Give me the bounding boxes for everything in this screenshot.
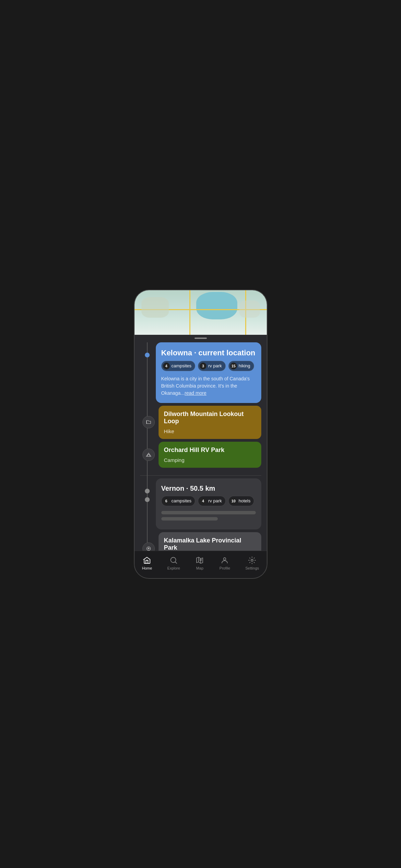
explore-icon xyxy=(169,556,178,565)
nav-label-map: Map xyxy=(196,566,203,570)
svg-point-4 xyxy=(224,558,226,560)
dilworth-card[interactable]: Dilworth Mountain Lookout Loop Hike xyxy=(159,406,261,439)
tag-v-hotels[interactable]: 10 hotels xyxy=(228,496,254,506)
orchard-subtitle: Camping xyxy=(164,457,256,463)
orchard-icon xyxy=(142,449,155,461)
nav-item-map[interactable]: Map xyxy=(192,554,207,572)
read-more-link[interactable]: read more xyxy=(185,390,206,396)
orchard-card[interactable]: Orchard Hill RV Park Camping xyxy=(159,442,261,468)
orchard-title: Orchard Hill RV Park xyxy=(164,447,256,454)
svg-point-5 xyxy=(251,559,253,561)
profile-icon xyxy=(220,556,229,565)
vernon-dot-1 xyxy=(145,489,150,493)
sub-items-kelowna: Dilworth Mountain Lookout Loop Hike xyxy=(140,406,261,468)
tag-campsites[interactable]: 4 campsites xyxy=(161,361,196,371)
kalamalka-title: Kalamalka Lake Provincial Park xyxy=(164,537,256,551)
kelowna-card[interactable]: Kelowna · current location 4 campsites 3… xyxy=(156,342,261,403)
tag-label-rvpark: rv park xyxy=(208,363,222,368)
dilworth-subtitle: Hike xyxy=(164,428,256,434)
timeline: Kelowna · current location 4 campsites 3… xyxy=(140,342,261,551)
nav-label-settings: Settings xyxy=(246,566,259,570)
tag-v-label-campsites: campsites xyxy=(172,498,192,503)
vernon-tags: 6 campsites 4 rv park 10 hotels 18 xyxy=(161,496,256,506)
tag-count-campsites: 4 xyxy=(163,363,170,369)
tag-v-rvpark[interactable]: 4 rv park xyxy=(198,496,226,506)
phone-frame: Kelowna · current location 4 campsites 3… xyxy=(134,290,267,579)
svg-point-1 xyxy=(148,548,149,549)
kelowna-section: Kelowna · current location 4 campsites 3… xyxy=(140,342,261,473)
current-location-dot xyxy=(145,353,150,357)
tag-label-campsites: campsites xyxy=(172,363,192,368)
nav-item-profile[interactable]: Profile xyxy=(217,554,233,572)
tag-v-count-campsites: 6 xyxy=(163,498,170,504)
tag-rvpark[interactable]: 3 rv park xyxy=(198,361,226,371)
kelowna-tags: 4 campsites 3 rv park 15 hiking 2 xyxy=(161,361,256,371)
vernon-dot-2 xyxy=(145,497,150,502)
tag-v-label-rvpark: rv park xyxy=(208,498,222,503)
vernon-card[interactable]: Vernon · 50.5 km 6 campsites 4 rv park 1… xyxy=(156,478,261,529)
kalamalka-card[interactable]: Kalamalka Lake Provincial Park Point of … xyxy=(159,532,261,551)
tag-hiking[interactable]: 15 hiking xyxy=(228,361,254,371)
text-line-2 xyxy=(161,517,218,521)
vernon-title: Vernon · 50.5 km xyxy=(161,485,256,492)
sub-items-vernon: Kalamalka Lake Provincial Park Point of … xyxy=(140,532,261,551)
scroll-content[interactable]: Kelowna · current location 4 campsites 3… xyxy=(135,339,267,551)
home-icon xyxy=(142,556,151,565)
dilworth-icon xyxy=(142,416,155,428)
tag-count-rvpark: 3 xyxy=(200,363,206,369)
settings-icon xyxy=(248,556,256,565)
dilworth-row: Dilworth Mountain Lookout Loop Hike xyxy=(140,406,261,439)
nav-label-explore: Explore xyxy=(167,566,180,570)
separator-1 xyxy=(140,475,261,476)
text-lines xyxy=(161,511,256,521)
map-area xyxy=(135,290,267,335)
tag-v-campsites[interactable]: 6 campsites xyxy=(161,496,196,506)
text-line-1 xyxy=(161,511,256,514)
map-icon xyxy=(195,556,204,565)
kalamalka-icon xyxy=(142,542,155,551)
vernon-section: Vernon · 50.5 km 6 campsites 4 rv park 1… xyxy=(140,478,261,551)
nav-label-profile: Profile xyxy=(220,566,230,570)
nav-label-home: Home xyxy=(142,566,152,570)
orchard-row: Orchard Hill RV Park Camping xyxy=(140,442,261,468)
tag-count-hiking: 15 xyxy=(230,363,237,369)
kelowna-desc: Kelowna is a city in the south of Canada… xyxy=(161,375,256,397)
bottom-nav: Home Explore Map xyxy=(135,551,267,578)
nav-item-explore[interactable]: Explore xyxy=(165,554,183,572)
tag-label-hiking: hiking xyxy=(239,363,250,368)
kalamalka-row: Kalamalka Lake Provincial Park Point of … xyxy=(140,532,261,551)
nav-item-settings[interactable]: Settings xyxy=(243,554,262,572)
nav-item-home[interactable]: Home xyxy=(139,554,155,572)
tag-v-label-hotels: hotels xyxy=(239,498,251,503)
kelowna-title: Kelowna · current location xyxy=(161,349,256,357)
dilworth-title: Dilworth Mountain Lookout Loop xyxy=(164,411,256,425)
tag-v-count-rvpark: 4 xyxy=(200,498,206,504)
tag-v-count-hotels: 10 xyxy=(230,498,237,504)
